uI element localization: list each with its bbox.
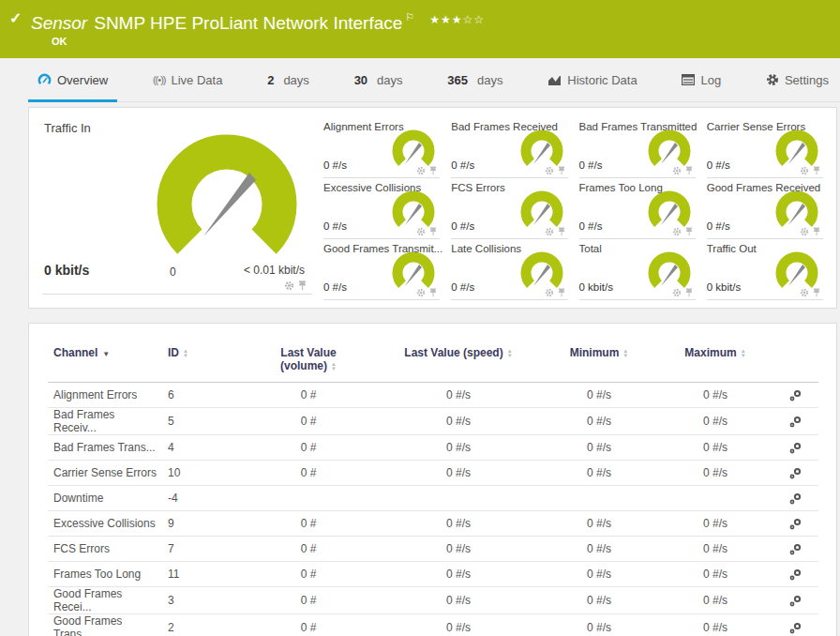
channel-settings-gears-icon[interactable]	[788, 415, 802, 429]
pin-icon[interactable]	[813, 227, 820, 236]
tab-bar: Overview ((•)) Live Data 2 days 30 days …	[28, 58, 840, 102]
maximum-cell: 0 #/s	[659, 614, 772, 636]
channel-settings-gears-icon[interactable]	[788, 441, 802, 455]
gear-icon[interactable]	[800, 166, 809, 175]
gear-icon[interactable]	[800, 227, 809, 236]
pin-icon[interactable]	[685, 166, 693, 175]
priority-stars[interactable]: ★★★☆☆	[429, 13, 485, 26]
channel-settings-gears-icon[interactable]	[788, 388, 802, 402]
pin-icon[interactable]	[813, 288, 820, 297]
channel-settings-gears-icon[interactable]	[788, 621, 802, 635]
column-header-actions	[772, 335, 818, 383]
column-label: Maximum	[684, 346, 736, 359]
channel-row: Alignment Errors 6 0 # 0 #/s 0 #/s 0 #/s	[48, 383, 818, 408]
tab-label: Historic Data	[567, 73, 637, 87]
gear-icon[interactable]	[416, 288, 426, 297]
pin-icon[interactable]	[558, 227, 565, 236]
mini-gauge-tile[interactable]: Good Frames Received 0 #/s	[707, 178, 823, 239]
maximum-cell: 0 #/s	[659, 562, 772, 587]
mini-gauge-tile[interactable]: FCS Errors 0 #/s	[451, 178, 567, 239]
gear-icon[interactable]	[416, 166, 426, 175]
tab-settings[interactable]: Settings	[757, 58, 838, 101]
column-label: ID	[168, 346, 179, 359]
priority-flag-icon[interactable]: ⚐	[405, 11, 414, 23]
channel-id-cell: 4	[162, 435, 239, 461]
last-value-volume-cell: 0 #	[239, 562, 378, 587]
tab-label: days	[377, 73, 402, 87]
pin-icon[interactable]	[429, 288, 437, 297]
gear-icon[interactable]	[545, 288, 554, 297]
pin-icon[interactable]	[813, 166, 820, 175]
pin-icon[interactable]	[558, 166, 565, 175]
mini-gauge-tile[interactable]: Bad Frames Transmitted 0 #/s	[579, 117, 696, 178]
gear-icon[interactable]	[416, 227, 426, 236]
mini-gauge-value: 0 #/s	[579, 159, 603, 171]
channel-settings-gears-icon[interactable]	[788, 517, 802, 531]
pin-icon[interactable]	[429, 166, 437, 175]
channel-row: Excessive Collisions 9 0 # 0 #/s 0 #/s 0…	[48, 511, 818, 537]
channel-name-cell: Alignment Errors	[48, 383, 162, 408]
pin-icon[interactable]	[685, 288, 693, 297]
mini-gauge-grid: Alignment Errors 0 #/s	[323, 117, 823, 298]
mini-gauge-title: FCS Errors	[451, 182, 505, 193]
channel-name-cell: Frames Too Long	[48, 562, 162, 587]
channel-settings-gears-icon[interactable]	[788, 568, 802, 582]
mini-gauge-tile[interactable]: Frames Too Long 0 #/s	[579, 178, 696, 239]
pin-icon[interactable]	[429, 227, 437, 236]
column-header-maximum[interactable]: Maximum▲▼	[659, 335, 772, 383]
mini-gauge-tile[interactable]: Good Frames Transmit... 0 #/s	[323, 239, 440, 300]
gear-icon[interactable]	[672, 166, 682, 175]
minimum-cell	[539, 486, 659, 511]
pin-icon[interactable]	[558, 288, 565, 297]
last-value-speed-cell: 0 #/s	[378, 511, 539, 537]
tab-label: days	[477, 73, 502, 87]
gear-icon[interactable]	[284, 280, 294, 291]
last-value-volume-cell: 0 #	[239, 383, 378, 408]
mini-gauge-tile[interactable]: Late Collisions 0 #/s	[451, 239, 567, 300]
gear-icon[interactable]	[672, 227, 682, 236]
channel-row: FCS Errors 7 0 # 0 #/s 0 #/s 0 #/s	[48, 537, 818, 562]
sort-icon: ▲▼	[622, 349, 628, 358]
tab-30-days[interactable]: 30 days	[345, 58, 412, 101]
column-header-last-volume[interactable]: Last Value (volume)▲▼	[239, 335, 378, 383]
channel-settings-gears-icon[interactable]	[788, 466, 802, 480]
sorted-desc-icon: ▼	[102, 350, 110, 358]
column-header-id[interactable]: ID▲▼	[162, 335, 239, 383]
tab-overview[interactable]: Overview	[28, 58, 117, 101]
mini-gauge-tile[interactable]: Excessive Collisions 0 #/s	[323, 178, 440, 239]
column-header-last-speed[interactable]: Last Value (speed)▲▼	[378, 335, 539, 383]
tab-live-data[interactable]: ((•)) Live Data	[143, 58, 232, 101]
tab-historic-data[interactable]: Historic Data	[538, 58, 646, 101]
mini-gauge-value: 0 #/s	[579, 220, 603, 232]
channel-id-cell: 10	[162, 461, 239, 486]
sensor-status-text: OK	[52, 36, 840, 47]
pin-icon[interactable]	[685, 227, 693, 236]
column-header-minimum[interactable]: Minimum▲▼	[539, 335, 659, 383]
gear-icon[interactable]	[672, 288, 682, 297]
channel-name-cell: Downtime	[48, 486, 162, 511]
tab-log[interactable]: Log	[672, 58, 730, 101]
mini-gauge-value: 0 kbit/s	[579, 281, 613, 293]
mini-gauge-tile[interactable]: Traffic Out 0 kbit/s	[707, 239, 823, 300]
tab-2-days[interactable]: 2 days	[258, 58, 319, 101]
gear-icon[interactable]	[800, 288, 809, 297]
mini-gauge-tile[interactable]: Carrier Sense Errors 0 #/s	[707, 117, 823, 178]
channel-settings-gears-icon[interactable]	[788, 542, 802, 556]
last-value-volume-cell: 0 #	[239, 408, 378, 435]
mini-gauge-title: Alignment Errors	[323, 121, 404, 132]
mini-gauge-tile[interactable]: Total 0 kbit/s	[579, 239, 696, 300]
sort-icon: ▲▼	[331, 362, 337, 371]
mini-gauge-tile[interactable]: Bad Frames Received 0 #/s	[451, 117, 567, 178]
column-header-channel[interactable]: Channel▼	[48, 335, 162, 383]
channel-settings-gears-icon[interactable]	[788, 492, 802, 506]
mini-gauge-value: 0 #/s	[451, 281, 474, 293]
channel-row: Good Frames Trans... 2 0 # 0 #/s 0 #/s 0…	[48, 614, 818, 636]
maximum-cell: 0 #/s	[659, 461, 772, 486]
gear-icon[interactable]	[545, 166, 554, 175]
tab-365-days[interactable]: 365 days	[438, 58, 512, 101]
gear-icon[interactable]	[545, 227, 554, 236]
pin-icon[interactable]	[298, 280, 307, 291]
channel-settings-gears-icon[interactable]	[788, 594, 802, 608]
mini-gauge-tile[interactable]: Alignment Errors 0 #/s	[323, 117, 440, 178]
main-gauge-tile-traffic-in[interactable]: Traffic In 0 < 0.01 kbit/s 0 kbit/s	[42, 117, 312, 295]
